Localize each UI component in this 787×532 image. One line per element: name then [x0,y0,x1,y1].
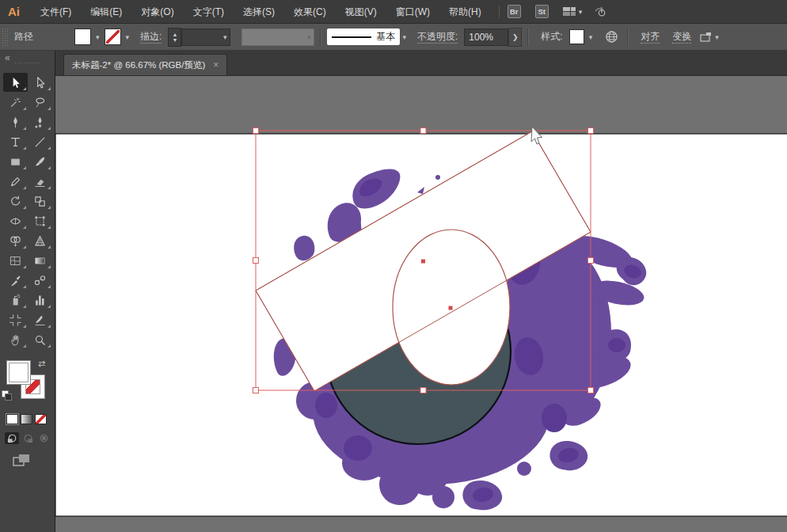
handle-bottom-right[interactable] [588,388,594,393]
opacity-menu-arrow-icon[interactable]: ❯ [508,28,522,47]
handle-top-right[interactable] [588,128,594,134]
stroke-color-control[interactable]: ▾ [105,28,130,45]
rotate-tool[interactable] [3,192,28,211]
paintbrush-tool[interactable] [28,152,52,171]
eraser-tool[interactable] [28,172,52,191]
paint-mode-buttons [6,414,55,424]
document-area: 未标题-2* @ 66.67% (RGB/预览) × [55,51,787,532]
symbol-sprayer-tool[interactable] [3,291,28,310]
line-segment-tool[interactable] [28,132,52,151]
hand-tool[interactable] [3,330,28,349]
fill-color-control[interactable]: ▾ [74,28,100,45]
rectangle-center-marker [421,260,425,264]
menu-item[interactable]: 文件(F) [31,0,81,24]
handle-bottom-center[interactable] [420,388,426,393]
curvature-tool[interactable] [28,112,52,131]
color-button[interactable] [6,414,18,424]
menu-separator [499,6,500,18]
stroke-width-dropdown[interactable]: ▾ [181,28,230,46]
panel-grip[interactable] [2,28,8,47]
gradient-tool[interactable] [28,251,52,270]
none-button[interactable] [35,414,47,424]
collapse-panel-icon[interactable]: « [5,52,10,63]
chevron-down-icon: ▾ [579,8,583,16]
drawing-mode-buttons [5,432,55,444]
artboard-tool[interactable] [3,310,28,329]
draw-normal-button[interactable] [5,432,19,444]
chevron-down-icon[interactable]: ▾ [402,33,406,41]
illustrator-window: Ai 文件(F)编辑(E)对象(O)文字(T)选择(S)效果(C)视图(V)窗口… [0,0,787,532]
context-label: 路径 [14,30,33,44]
fill-proxy-swatch[interactable] [6,360,31,385]
stroke-style-value: 基本 [376,30,395,44]
swap-fill-stroke-icon[interactable]: ⇄ [38,359,45,369]
type-tool[interactable] [3,132,28,151]
style-label: 样式: [541,30,562,44]
document-setup-globe-icon[interactable] [605,30,618,44]
stroke-swatch-none[interactable] [105,28,121,45]
fill-swatch[interactable] [74,28,91,45]
perspective-grid-tool[interactable] [28,231,52,250]
blend-tool[interactable] [28,271,52,290]
handle-mid-left[interactable] [253,258,259,264]
style-swatch[interactable] [569,29,584,44]
direct-selection-tool[interactable] [28,73,52,92]
handle-top-center[interactable] [420,128,426,134]
slice-tool[interactable] [28,310,52,329]
stroke-width-stepper[interactable]: ▲▼ [168,28,181,47]
gradient-button[interactable] [21,414,32,424]
opacity-field[interactable]: 100% [464,28,508,46]
pen-tool[interactable] [3,112,28,131]
stroke-style-dropdown[interactable]: 基本 [327,28,400,45]
menu-item[interactable]: 视图(V) [336,0,386,24]
handle-top-left[interactable] [253,128,259,134]
stock-button[interactable]: St [535,5,549,18]
graphic-style-control[interactable]: ▾ [569,29,593,44]
separator [627,28,629,46]
document-tab[interactable]: 未标题-2* @ 66.67% (RGB/预览) × [63,54,227,75]
separator [527,28,529,46]
selection-tool[interactable] [3,73,28,92]
canvas-viewport[interactable] [55,76,787,532]
free-transform-tool[interactable] [28,211,52,230]
magic-wand-tool[interactable] [3,93,28,112]
change-screen-mode-icon[interactable] [13,454,55,470]
shape-builder-tool[interactable] [3,231,28,250]
chevron-down-icon: ▾ [96,33,100,41]
menu-item[interactable]: 选择(S) [234,0,284,24]
zoom-tool[interactable] [28,330,52,349]
draw-behind-button[interactable] [21,432,35,444]
rectangle-tool[interactable] [3,152,28,171]
canvas-svg [55,76,787,532]
chevron-down-icon: ▾ [223,33,227,41]
workspace-switcher-icon[interactable]: ▾ [563,6,583,17]
draw-inside-button[interactable] [36,432,51,444]
bridge-button[interactable]: Br [508,5,521,18]
transform-button[interactable]: 变换 [672,30,691,44]
lasso-tool[interactable] [28,93,52,112]
panel-options-icon[interactable]: ▾ [699,32,719,43]
menu-item[interactable]: 效果(C) [284,0,336,24]
mesh-tool[interactable] [3,251,28,270]
menu-item[interactable]: 文字(T) [184,0,234,24]
close-icon[interactable]: × [213,59,219,70]
chevron-down-icon: ▾ [589,33,593,41]
pencil-tool[interactable] [3,172,28,191]
menu-item[interactable]: 窗口(W) [386,0,439,24]
sync-status-icon[interactable] [593,5,606,18]
column-graph-tool[interactable] [28,291,52,310]
chevron-down-icon: ▾ [307,33,311,41]
panel-grip[interactable] [14,62,41,65]
stroke-preview-line [332,36,371,38]
eyedropper-tool[interactable] [3,271,28,290]
width-tool[interactable] [3,211,28,230]
menu-item[interactable]: 帮助(H) [439,0,491,24]
handle-mid-right[interactable] [588,258,594,264]
default-fill-stroke-icon[interactable] [2,390,11,400]
chevron-down-icon: ▾ [126,33,130,41]
scale-tool[interactable] [28,192,52,211]
handle-bottom-left[interactable] [253,388,259,393]
menu-item[interactable]: 编辑(E) [81,0,131,24]
menu-item[interactable]: 对象(O) [131,0,183,24]
align-button[interactable]: 对齐 [641,30,660,44]
